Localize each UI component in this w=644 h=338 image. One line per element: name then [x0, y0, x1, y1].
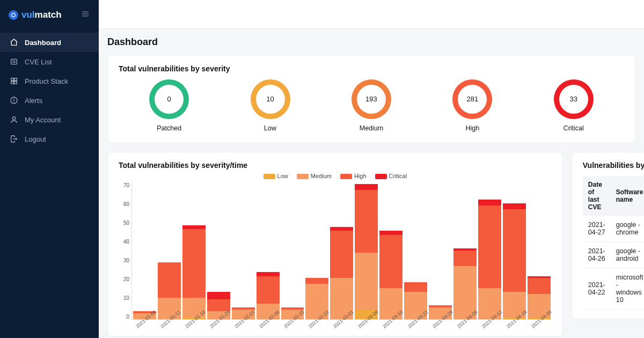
svg-point-13 — [14, 101, 14, 102]
legend-item: Critical — [375, 173, 407, 179]
legend-label: Medium — [311, 173, 332, 179]
ytick: 70 — [123, 182, 129, 188]
legend-swatch — [340, 174, 352, 179]
legend-label: Critical — [389, 173, 407, 179]
cell-date: 2021-04-22 — [583, 268, 611, 309]
sidebar-nav: Dashboard CVE List Product Stack Alerts … — [0, 30, 99, 149]
menu-toggle-icon[interactable] — [80, 9, 90, 21]
chart-plot — [131, 182, 552, 320]
bar-segment — [503, 209, 526, 292]
legend-swatch — [264, 174, 275, 179]
severity-donut: 281High — [452, 79, 492, 132]
page-title: Dashboard — [107, 36, 635, 48]
bar-segment — [355, 253, 378, 310]
severity-donut: 0Patched — [149, 79, 189, 132]
sidebar-item-label: Logout — [25, 135, 46, 143]
table-row[interactable]: 2021-04-27google - chrome110 — [583, 216, 644, 242]
ytick: 30 — [123, 258, 129, 263]
bar-segment — [182, 229, 206, 298]
bar-segment — [453, 251, 477, 266]
legend-item: High — [340, 173, 367, 179]
chart-xaxis: 2021-01-042021-01-112021-01-182021-01-25… — [119, 322, 552, 327]
sidebar: vulmatch Dashboard CVE List Product Stac… — [0, 0, 99, 338]
cell-date: 2021-04-27 — [583, 216, 611, 242]
svg-rect-10 — [14, 82, 17, 84]
bar-column — [503, 203, 526, 319]
svg-rect-7 — [11, 78, 14, 81]
severity-donut: 10Low — [251, 79, 290, 132]
table-row[interactable]: 2021-04-26google - android190 — [583, 241, 644, 268]
bar-segment — [478, 200, 501, 205]
sidebar-item-my-account[interactable]: My Account — [0, 110, 99, 129]
bar-column — [355, 184, 378, 319]
severity-row: 0Patched10Low193Medium281High33Critical — [119, 79, 624, 132]
sidebar-item-label: CVE List — [25, 58, 52, 66]
cell-name: google - android — [611, 241, 644, 268]
grid-icon — [10, 77, 18, 85]
bar-segment — [257, 276, 280, 304]
logo[interactable]: vulmatch — [9, 10, 62, 20]
legend-item: Medium — [297, 173, 332, 179]
ytick: 0 — [126, 314, 129, 320]
legend-item: Low — [264, 173, 288, 179]
logo-text: vulmatch — [21, 10, 62, 20]
donut-label: Low — [264, 124, 276, 132]
table-header-date: Date of last CVE — [583, 176, 611, 216]
content: Dashboard Total vulnerabilities by sever… — [99, 29, 644, 338]
bar-segment — [207, 292, 230, 300]
bar-segment — [355, 190, 378, 253]
alert-icon — [10, 96, 18, 105]
bar-segment — [305, 278, 328, 284]
sidebar-item-label: Dashboard — [25, 39, 61, 47]
donut-value: 281 — [458, 85, 487, 114]
donut-label: Medium — [360, 124, 383, 132]
sidebar-item-label: Alerts — [25, 97, 42, 105]
sidebar-item-logout[interactable]: Logout — [0, 129, 99, 149]
sidebar-item-cve-list[interactable]: CVE List — [0, 52, 99, 71]
product-table-title: Vulnerabilities by product — [583, 161, 644, 170]
logo-icon — [9, 10, 18, 20]
cell-name: microsoft - windows 10 — [611, 268, 644, 309]
bar-segment — [379, 235, 402, 288]
bar-segment — [330, 231, 353, 278]
legend-label: Low — [277, 173, 288, 179]
bar-segment — [330, 227, 353, 231]
sidebar-item-product-stack[interactable]: Product Stack — [0, 71, 99, 91]
svg-rect-4 — [11, 59, 17, 64]
ytick: 40 — [123, 239, 129, 245]
chart-legend: LowMediumHighCritical — [119, 173, 552, 179]
donut-ring: 281 — [452, 79, 492, 119]
bar-segment — [379, 231, 402, 234]
legend-swatch — [297, 174, 309, 179]
main: Dashboard Total vulnerabilities by sever… — [99, 0, 644, 338]
table-row[interactable]: 2021-04-22microsoft - windows 10217 — [583, 268, 644, 309]
donut-label: Patched — [157, 124, 181, 132]
severity-card-title: Total vulnerabilities by severity — [119, 64, 624, 73]
bar-segment — [404, 282, 427, 292]
donut-value: 10 — [256, 85, 285, 114]
home-icon — [10, 38, 18, 47]
chart-title: Total vulnerabilities by severity/time — [119, 161, 552, 170]
cell-name: google - chrome — [611, 216, 644, 242]
product-table-card: Vulnerabilities by product Date of last … — [572, 152, 644, 319]
ytick: 60 — [123, 201, 129, 207]
user-icon — [10, 115, 18, 124]
donut-ring: 33 — [554, 79, 594, 119]
donut-ring: 0 — [149, 79, 189, 119]
severity-card: Total vulnerabilities by severity 0Patch… — [107, 55, 635, 143]
chart-card: Total vulnerabilities by severity/time L… — [107, 152, 563, 336]
donut-ring: 10 — [251, 79, 290, 119]
bar-segment — [478, 205, 501, 288]
svg-point-0 — [12, 13, 16, 17]
ytick: 20 — [123, 276, 129, 282]
severity-donut: 33Critical — [554, 79, 594, 132]
donut-value: 0 — [155, 85, 184, 114]
list-icon — [10, 57, 18, 66]
chart-yaxis: 706050403020100 — [119, 182, 131, 320]
sidebar-item-label: My Account — [25, 116, 61, 124]
sidebar-item-dashboard[interactable]: Dashboard — [0, 33, 99, 52]
bar-segment — [503, 203, 526, 209]
svg-rect-8 — [14, 78, 17, 81]
sidebar-item-alerts[interactable]: Alerts — [0, 91, 99, 110]
donut-label: High — [466, 124, 480, 132]
